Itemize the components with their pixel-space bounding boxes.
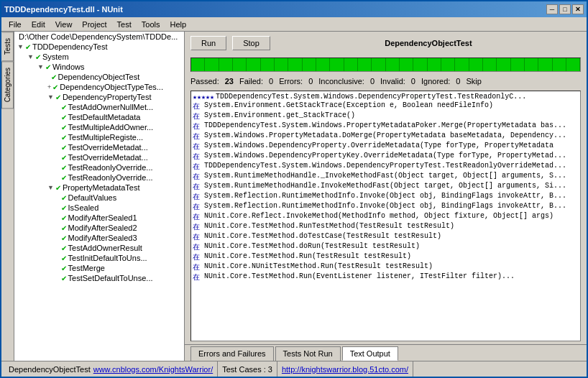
side-tab-tests[interactable]: Tests <box>1 32 14 61</box>
tree-item[interactable]: ✔ DefaultValues <box>14 193 184 203</box>
progress-segment <box>344 58 358 71</box>
menu-edit[interactable]: Edit <box>27 19 50 30</box>
tree-item[interactable]: ✔ TestReadonlyOverride... <box>14 162 184 172</box>
progress-segment <box>261 58 275 71</box>
output-line: 在 System.Environment.GetStackTrace(Excep… <box>193 101 579 111</box>
tab-tests-not-run[interactable]: Tests Not Run <box>275 346 341 361</box>
progress-segment <box>358 58 372 71</box>
output-prefix: 在 <box>193 172 203 182</box>
output-text: System.Windows.DependencyProperty.Overri… <box>204 142 553 149</box>
menu-tools[interactable]: Tools <box>137 19 165 30</box>
output-prefix: 在 <box>193 162 203 172</box>
tree-item[interactable]: ✔ ModifyAfterSealed3 <box>14 233 184 243</box>
tree-item[interactable]: ✔ TestAddOwnerResult <box>14 243 184 253</box>
progress-segment <box>553 58 566 71</box>
menu-test[interactable]: Test <box>113 19 136 30</box>
output-text: System.Environment.GetStackTrace(Excepti… <box>204 101 493 109</box>
tree-item[interactable]: ✔ TestMultipleRegiste... <box>14 132 184 142</box>
left-panel: Tests Categories D:\Other Code\Dependenc… <box>1 32 185 361</box>
errors-value: 0 <box>308 77 313 86</box>
output-text: System.Windows.DependencyPropertyKey.Ove… <box>204 152 566 160</box>
tree-item[interactable]: ▼ ✔ DependencyPropertyTest <box>14 92 184 102</box>
output-line: 在 NUnit.Core.TestMethod.RunTestMethod(Te… <box>193 222 579 232</box>
tree-item[interactable]: ▼ ✔ Windows <box>14 62 184 72</box>
output-line: 在 NUnit.Core.TestMethod.doRun(TestResult… <box>193 242 579 252</box>
tree-item[interactable]: ✔ DependencyObjectTest <box>14 72 184 82</box>
tree-item[interactable]: ✔ TestAddOwnerNullMet... <box>14 102 184 112</box>
status-link-2[interactable]: http://knightswarrior.blog.51cto.com/ <box>282 365 408 374</box>
progress-segment <box>191 58 205 71</box>
output-prefix: 在 <box>193 182 203 192</box>
tree-item[interactable]: ✔ TestMerge <box>14 263 184 273</box>
tree-item[interactable]: ▼ ✔ System <box>14 52 184 62</box>
main-window: TDDDependencyTest.dll - NUnit ─ □ ✕ File… <box>0 0 588 378</box>
output-line: 在 System.Environment.get_StackTrace() <box>193 111 579 121</box>
progress-segment <box>441 58 455 71</box>
progress-segment <box>428 58 441 71</box>
output-text: TDDDependencyTest.System.Windows.Depende… <box>216 93 526 101</box>
output-prefix: 在 <box>193 132 203 142</box>
output-text: System.RuntimeMethodHandle._InvokeMethod… <box>204 172 566 180</box>
output-prefix: 在 <box>193 212 203 222</box>
status-segment-1: DependencyObjectTest www.cnblogs.com/Kni… <box>4 361 218 377</box>
tree-item[interactable]: ✔ TestMultipleAddOwner... <box>14 122 184 132</box>
close-button[interactable]: ✕ <box>572 4 584 14</box>
tree-item[interactable]: ✔ ModifyAfterSealed1 <box>14 213 184 223</box>
status-test-name: DependencyObjectTest <box>9 365 91 374</box>
passed-label: Passed: <box>190 77 219 86</box>
failed-value: 0 <box>269 77 273 86</box>
output-line: 在 TDDDependencyTest.System.Windows.Depen… <box>193 162 579 172</box>
tree-item[interactable]: ✔ IsSealed <box>14 203 184 213</box>
output-line: 在 NUnit.Core.TestMethod.doTestCase(TestR… <box>193 232 579 242</box>
tree-item[interactable]: ✔ ModifyAfterSealed2 <box>14 223 184 233</box>
output-text: NUnit.Core.TestMethod.doRun(TestResult t… <box>204 242 420 250</box>
output-text: NUnit.Core.TestMethod.RunTestMethod(Test… <box>204 222 454 230</box>
side-tab-categories[interactable]: Categories <box>1 61 14 109</box>
progress-segment <box>386 58 400 71</box>
inconclusive-value: 0 <box>370 77 375 86</box>
output-prefix: 在 <box>193 192 203 202</box>
output-text: System.Reflection.RuntimeMethodInfo.Invo… <box>204 192 566 200</box>
menu-file[interactable]: File <box>4 19 26 30</box>
status-link-1[interactable]: www.cnblogs.com/KnightsWarrior/ <box>93 365 213 374</box>
right-panel: Run Stop DependencyObjectTest Passed: 23… <box>185 32 587 361</box>
tree-item[interactable]: ▼ ✔ TDDDependencyTest <box>14 42 184 52</box>
output-container[interactable]: ★★★★★ TDDDependencyTest.System.Windows.D… <box>190 91 581 341</box>
skip-label: Skip <box>466 77 481 86</box>
menu-help[interactable]: Help <box>165 19 190 30</box>
output-prefix: 在 <box>193 202 203 212</box>
progress-segment <box>483 58 497 71</box>
tree-item[interactable]: ✔ TestOverrideMetadat... <box>14 142 184 152</box>
title-bar: TDDDependencyTest.dll - NUnit ─ □ ✕ <box>1 1 587 17</box>
tab-errors-failures[interactable]: Errors and Failures <box>190 346 274 361</box>
tree-item[interactable]: ✔ TestSetDefaultToUnse... <box>14 273 184 283</box>
window-title: TDDDependencyTest.dll - NUnit <box>4 5 123 14</box>
tab-text-output[interactable]: Text Output <box>342 346 398 361</box>
run-button[interactable]: Run <box>190 36 226 50</box>
progress-segment <box>538 58 552 71</box>
tree-item[interactable]: ✔ TestOverrideMetadat... <box>14 152 184 162</box>
stats-bar: Passed: 23 Failed: 0 Errors: 0 Inconclus… <box>185 75 587 88</box>
controls-area: Run Stop DependencyObjectTest <box>185 32 587 55</box>
tree-item[interactable]: ✔ TestInitDefaultToUns... <box>14 253 184 263</box>
tree-panel[interactable]: D:\Other Code\DependencySystem\TDDDe... … <box>14 32 184 361</box>
progress-segment <box>316 58 330 71</box>
stop-button[interactable]: Stop <box>232 36 270 50</box>
progress-segment <box>219 58 233 71</box>
tree-item[interactable]: + ✔ DependencyObjectTypeTes... <box>14 82 184 92</box>
output-prefix: 在 <box>193 232 203 242</box>
tree-item[interactable]: ✔ TestDefaultMetadata <box>14 112 184 122</box>
menu-view[interactable]: View <box>51 19 77 30</box>
menu-project[interactable]: Project <box>78 19 111 30</box>
output-prefix: 在 <box>193 222 203 232</box>
maximize-button[interactable]: □ <box>559 4 571 14</box>
minimize-button[interactable]: ─ <box>546 4 558 14</box>
output-line: 在 System.Windows.PropertyMetadata.DoMerg… <box>193 132 579 142</box>
output-text: TDDDependencyTest.System.Windows.Propert… <box>204 121 566 129</box>
progress-segment <box>469 58 483 71</box>
progress-segment <box>511 58 525 71</box>
output-prefix: 在 <box>193 242 203 252</box>
tree-item[interactable]: ✔ TestReadonlyOverride... <box>14 172 184 183</box>
tree-item[interactable]: ▼ ✔ PropertyMetadataTest <box>14 183 184 193</box>
progress-segment <box>205 58 219 71</box>
